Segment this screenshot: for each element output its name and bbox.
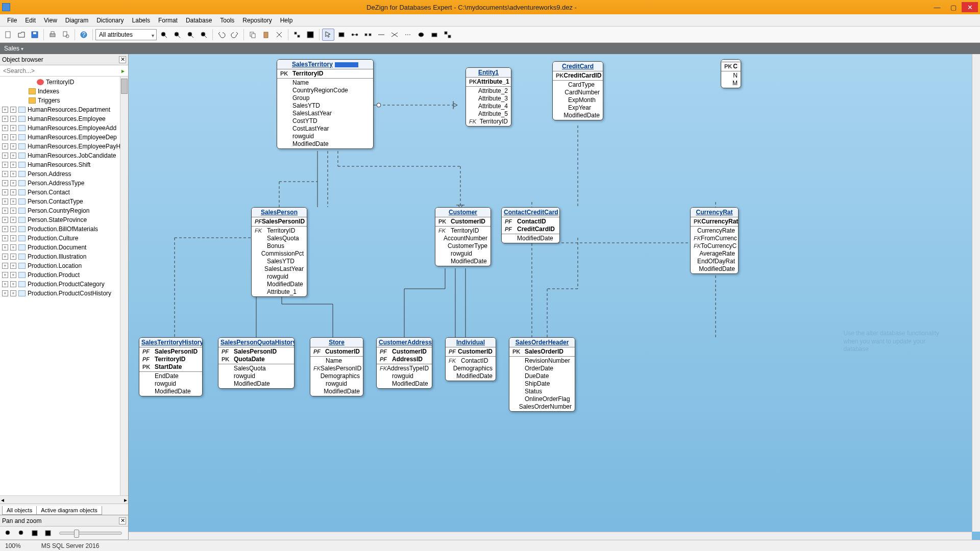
menu-tools[interactable]: Tools bbox=[216, 15, 238, 26]
attr-row[interactable]: FKToCurrencyC bbox=[691, 242, 738, 250]
browser-tab[interactable]: Active diagram objects bbox=[36, 506, 102, 515]
attr-row[interactable]: Attribute_4 bbox=[466, 103, 511, 110]
diagram-canvas[interactable]: SalesTerritoryPKTerritoryIDNameCountryRe… bbox=[129, 54, 980, 540]
menu-dictionary[interactable]: Dictionary bbox=[92, 15, 128, 26]
attr-row[interactable]: ModifiedDate bbox=[553, 112, 603, 119]
attr-row[interactable]: ModifiedDate bbox=[277, 140, 373, 148]
print-icon[interactable] bbox=[46, 29, 59, 41]
tree-table[interactable]: ++HumanResources.JobCandidate bbox=[0, 151, 128, 160]
attr-row[interactable]: ModifiedDate bbox=[218, 380, 294, 388]
tree-table[interactable]: ++Person.Address bbox=[0, 169, 128, 179]
attr-row[interactable]: PFCustomerID bbox=[310, 348, 363, 356]
attr-row[interactable]: AverageRate bbox=[691, 250, 738, 258]
attr-row[interactable]: PKAttribute_1 bbox=[466, 78, 511, 86]
tree-table[interactable]: ++HumanResources.EmployeePayH bbox=[0, 142, 128, 151]
entity-customer[interactable]: CustomerPKCustomerIDFKTerritoryIDAccount… bbox=[435, 207, 491, 266]
undo-icon[interactable] bbox=[215, 29, 228, 41]
relation-icon[interactable] bbox=[349, 29, 361, 41]
diagram-tab[interactable]: Sales bbox=[4, 45, 23, 52]
attr-row[interactable]: rowguid bbox=[277, 133, 373, 140]
delete-icon[interactable] bbox=[273, 29, 285, 41]
tree-table[interactable]: ++Production.Document bbox=[0, 243, 128, 252]
tree-table[interactable]: ++Production.ProductCostHistory bbox=[0, 289, 128, 298]
note-icon[interactable] bbox=[415, 29, 427, 41]
attr-row[interactable]: PFAddressID bbox=[377, 356, 432, 363]
attr-row[interactable]: FKTerritoryID bbox=[466, 118, 511, 126]
tree-node-territoryid[interactable]: TerritoryID bbox=[0, 78, 128, 87]
help-icon[interactable]: ? bbox=[78, 29, 90, 41]
pz-zoom-slider[interactable] bbox=[59, 532, 122, 535]
tree-table[interactable]: ++HumanResources.Department bbox=[0, 105, 128, 114]
tree-table[interactable]: ++Production.Culture bbox=[0, 234, 128, 243]
entity-contactcreditcard[interactable]: ContactCreditCardPFContactIDPFCreditCard… bbox=[501, 207, 560, 243]
attr-row[interactable]: CardNumber bbox=[553, 89, 603, 96]
entity-salesperson[interactable]: SalesPersonPFSalesPersonIDFKTerritoryIDS… bbox=[251, 207, 307, 297]
attr-row[interactable]: M bbox=[721, 80, 741, 87]
pz-actual-icon[interactable] bbox=[43, 528, 53, 538]
attr-row[interactable]: PKCustomerID bbox=[435, 218, 491, 226]
attr-row[interactable]: SalesLastYear bbox=[277, 110, 373, 117]
tree-table[interactable]: ++Production.Illustration bbox=[0, 252, 128, 261]
attr-row[interactable]: PFContactID bbox=[502, 218, 559, 226]
align-icon[interactable] bbox=[291, 29, 303, 41]
menu-repository[interactable]: Repository bbox=[238, 15, 276, 26]
attr-row[interactable]: ModifiedDate bbox=[435, 258, 491, 265]
attr-row[interactable]: PKStartDate bbox=[139, 363, 202, 371]
search-input[interactable] bbox=[0, 67, 118, 74]
attr-row[interactable]: RevisionNumber bbox=[509, 357, 575, 365]
attr-row[interactable]: ExpYear bbox=[553, 104, 603, 112]
pz-zoom-in-icon[interactable] bbox=[3, 528, 13, 538]
attr-row[interactable]: PKCreditCardID bbox=[553, 72, 603, 80]
attr-row[interactable]: Bonus bbox=[252, 242, 307, 250]
paste-icon[interactable] bbox=[260, 29, 272, 41]
tree-table[interactable]: ++Person.StateProvince bbox=[0, 215, 128, 224]
attr-row[interactable]: EndOfDayRat bbox=[691, 258, 738, 265]
attr-row[interactable]: ModifiedDate bbox=[252, 281, 307, 288]
attr-row[interactable]: OrderDate bbox=[509, 365, 575, 372]
attr-row[interactable]: CardType bbox=[553, 81, 603, 89]
attr-row[interactable]: FKAddressTypeID bbox=[377, 365, 432, 372]
canvas-vscrollbar[interactable] bbox=[972, 54, 980, 532]
entity-tool-icon[interactable] bbox=[335, 29, 348, 41]
tree-table[interactable]: ++Person.Contact bbox=[0, 188, 128, 197]
tree-table[interactable]: ++HumanResources.EmployeeAdd bbox=[0, 123, 128, 133]
tree-scrollbar[interactable] bbox=[120, 77, 128, 495]
close-button[interactable]: ✕ bbox=[962, 2, 978, 12]
zoom-out-icon[interactable] bbox=[171, 29, 183, 41]
object-tree[interactable]: TerritoryIDIndexesTriggers++HumanResourc… bbox=[0, 77, 128, 495]
tree-scroll-right-icon[interactable]: ▸ bbox=[124, 496, 127, 504]
attr-row[interactable]: PFSalesPersonID bbox=[139, 348, 202, 356]
menu-format[interactable]: Format bbox=[154, 15, 182, 26]
attr-row[interactable]: Attribute_1 bbox=[252, 288, 307, 296]
attr-row[interactable]: PFSalesPersonID bbox=[252, 218, 307, 226]
relation4-icon[interactable] bbox=[388, 29, 401, 41]
search-go-icon[interactable]: ▸ bbox=[118, 67, 128, 74]
zoom-select-icon[interactable] bbox=[198, 29, 210, 41]
attr-row[interactable]: Status bbox=[509, 388, 575, 395]
attr-row[interactable]: ModifiedDate bbox=[139, 388, 202, 395]
attr-row[interactable]: FKTerritoryID bbox=[252, 227, 307, 235]
attr-row[interactable]: SalesQuota bbox=[218, 365, 294, 372]
attr-row[interactable]: rowguid bbox=[218, 372, 294, 380]
menu-view[interactable]: View bbox=[40, 15, 61, 26]
relation5-icon[interactable] bbox=[402, 29, 414, 41]
attr-row[interactable]: Attribute_2 bbox=[466, 87, 511, 95]
entity-entity1[interactable]: Entity1PKAttribute_1Attribute_2Attribute… bbox=[465, 67, 511, 127]
attr-row[interactable]: FKFromCurrenc bbox=[691, 235, 738, 242]
tree-table[interactable]: ++HumanResources.EmployeeDep bbox=[0, 133, 128, 142]
attr-row[interactable]: PFCreditCardID bbox=[502, 226, 559, 233]
attr-row[interactable]: FKContactID bbox=[446, 357, 496, 365]
attr-row[interactable]: ModifiedDate bbox=[446, 372, 496, 380]
attr-row[interactable]: PKCurrencyRat bbox=[691, 218, 738, 226]
entity-salesorderheader[interactable]: SalesOrderHeaderPKSalesOrderIDRevisionNu… bbox=[509, 337, 575, 412]
tree-node-indexes[interactable]: Indexes bbox=[0, 87, 128, 96]
attr-row[interactable]: PFCustomerID bbox=[446, 348, 496, 356]
attr-row[interactable]: PKC bbox=[721, 63, 741, 70]
print-preview-icon[interactable] bbox=[60, 29, 72, 41]
entity-individual[interactable]: IndividualPFCustomerIDFKContactIDDemogra… bbox=[445, 337, 496, 381]
tree-table[interactable]: ++HumanResources.Employee bbox=[0, 114, 128, 123]
maximize-button[interactable]: ▢ bbox=[945, 2, 962, 12]
new-icon[interactable] bbox=[2, 29, 14, 41]
tree-node-triggers[interactable]: Triggers bbox=[0, 96, 128, 105]
attr-row[interactable]: CurrencyRate bbox=[691, 227, 738, 235]
